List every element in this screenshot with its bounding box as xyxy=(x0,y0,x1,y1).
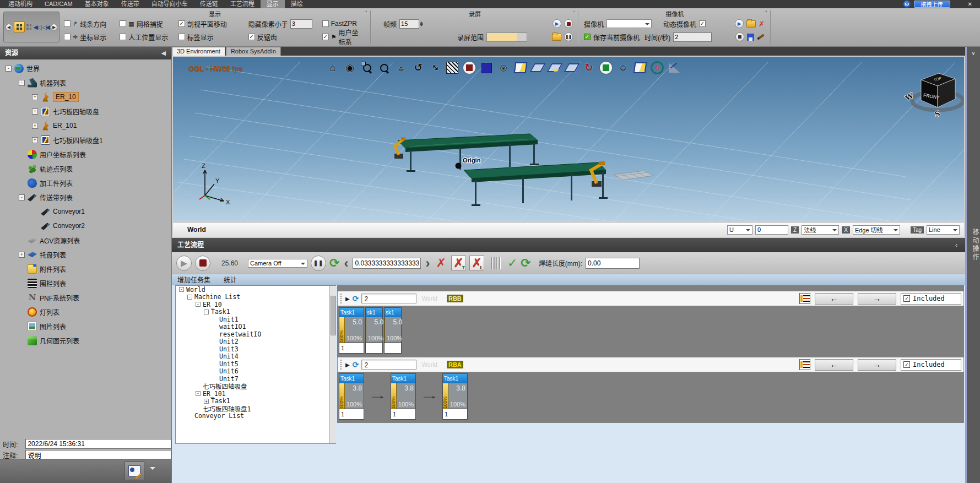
tree-item-七巧板四轴吸盘[interactable]: +七巧板四轴吸盘 xyxy=(0,104,171,118)
process-tree-item-Unit1[interactable]: Unit1 xyxy=(176,316,335,323)
tab-3d-environment[interactable]: 3D Environment xyxy=(172,47,225,56)
blue-material-icon[interactable] xyxy=(480,61,493,74)
collapse-icon[interactable]: - xyxy=(196,302,201,307)
tree-item-Conveyor2[interactable]: Conveyor2 xyxy=(0,219,171,233)
expand-icon[interactable]: + xyxy=(32,123,38,129)
green-material-icon[interactable] xyxy=(599,61,613,74)
save-camera-checkbox[interactable] xyxy=(584,34,591,40)
confirm-icon[interactable]: ✓ xyxy=(507,256,517,270)
task-block-sk1[interactable]: sk15.0100% xyxy=(384,307,402,354)
strip-play-icon[interactable]: ▶ xyxy=(345,362,350,368)
display-group-launcher-icon[interactable]: ⌐ xyxy=(364,9,367,15)
process-tree-item-七巧板四轴吸盘[interactable]: 七巧板四轴吸盘 xyxy=(176,383,335,390)
menu-item-0[interactable]: 运动机构 xyxy=(2,0,39,8)
tree-item-世界[interactable]: -世界 xyxy=(0,61,171,75)
tree-item-ER_101[interactable]: +ER_101 xyxy=(0,118,171,133)
camera-select[interactable] xyxy=(607,19,652,28)
collapse-icon[interactable]: - xyxy=(19,80,25,86)
process-tree-item-Unit3[interactable]: Unit3 xyxy=(176,345,335,353)
tree-item-灯列表[interactable]: 灯列表 xyxy=(0,305,171,319)
tree-item-用户坐标系列表[interactable]: 用户坐标系列表 xyxy=(0,147,171,161)
section-plane-icon[interactable] xyxy=(531,61,544,74)
checkbox-坐标显示[interactable] xyxy=(64,34,71,40)
task-block-Task1[interactable]: Task1100%5.0100%1 xyxy=(339,307,364,354)
section-box-icon[interactable] xyxy=(514,61,527,74)
home-icon[interactable]: ⌂ xyxy=(326,61,339,74)
camera-time-input[interactable] xyxy=(673,32,712,42)
dynamic-camera-checkbox[interactable] xyxy=(699,20,706,27)
skip-back-icon[interactable]: ◀◁ xyxy=(33,24,40,31)
hidden-pixel-input[interactable] xyxy=(290,19,312,29)
panel-collapse-icon[interactable]: ‹ xyxy=(955,238,957,252)
checkbox-用户坐标系[interactable] xyxy=(322,34,329,40)
task-count-cell[interactable]: 1 xyxy=(391,409,415,419)
edge-select[interactable]: Edge 切线 xyxy=(853,225,900,235)
process-tree-item-Conveyor List[interactable]: Conveyor List xyxy=(176,413,335,420)
process-tree-item-Unit4[interactable]: Unit4 xyxy=(176,353,335,361)
spinner-icon[interactable] xyxy=(420,20,423,28)
nav-next-button[interactable]: ▶ xyxy=(51,24,57,31)
checkbox-人工位置显示[interactable] xyxy=(120,34,126,40)
task-block-Task1[interactable]: Task1100%3.8100%1 xyxy=(391,373,416,420)
menu-item-7[interactable]: 显示 xyxy=(261,0,285,8)
checkbox-反锯齿[interactable] xyxy=(248,34,255,40)
offset-input[interactable] xyxy=(755,225,788,235)
simulation-play-button[interactable]: ▶ xyxy=(176,256,192,271)
checkbox-线条方向[interactable] xyxy=(64,20,71,27)
move-operation-tab[interactable]: 移动操作 xyxy=(967,212,980,278)
task-count-cell[interactable] xyxy=(366,343,382,353)
weld-length-input[interactable] xyxy=(586,258,640,269)
checkbox-FastZPR[interactable] xyxy=(322,20,329,27)
collapse-icon[interactable]: - xyxy=(187,295,192,300)
section-plane-flip-icon[interactable] xyxy=(548,61,561,74)
tree-item-图片列表[interactable]: 图片列表 xyxy=(0,319,171,333)
menu-item-4[interactable]: 自动导向小车 xyxy=(145,0,194,8)
strip-refresh-icon[interactable]: ⟳ xyxy=(353,294,359,303)
process-tree-item-Unit2[interactable]: Unit2 xyxy=(176,338,335,346)
zoom-window-icon[interactable] xyxy=(360,61,373,74)
simulation-stop-button[interactable] xyxy=(195,256,210,271)
included-checkbox[interactable]: ✓ xyxy=(903,295,910,302)
line-select[interactable]: Line xyxy=(927,225,960,235)
shift-left-button[interactable]: ← xyxy=(815,359,853,371)
expand-icon[interactable]: + xyxy=(204,399,209,404)
shift-right-button[interactable]: → xyxy=(858,293,896,305)
record-pause-button[interactable]: ❚❚ xyxy=(564,32,573,41)
section-plane-add-icon[interactable] xyxy=(565,61,578,74)
nav-prev-button[interactable]: ◀ xyxy=(6,24,12,31)
explode-box-icon[interactable] xyxy=(634,61,647,74)
expand-icon[interactable]: + xyxy=(32,94,38,100)
close-icon[interactable]: ✕ xyxy=(968,1,972,7)
upload-button[interactable]: 拖拽上传 xyxy=(914,1,950,8)
process-tree-item-ER_101[interactable]: -ER_101 xyxy=(176,390,335,398)
skip-forward-icon[interactable]: ◁◀ xyxy=(42,24,49,31)
included-checkbox[interactable]: ✓ xyxy=(903,361,910,368)
step-forward-icon[interactable]: › xyxy=(425,257,430,270)
brush-icon[interactable] xyxy=(757,34,765,40)
view-eye-icon[interactable]: ◉ xyxy=(343,61,356,74)
hatch-icon[interactable] xyxy=(446,61,459,74)
strip-refresh-icon[interactable]: ⟳ xyxy=(353,360,359,369)
delete-icon[interactable]: ✗ xyxy=(436,257,446,269)
tree-item-机器列表[interactable]: -机器列表 xyxy=(0,75,171,90)
process-tree-item-Unit7[interactable]: Unit7 xyxy=(176,375,335,383)
fit-view-icon[interactable]: ↖↘ xyxy=(429,61,442,74)
process-tree-item-waitIO1[interactable]: waitIO1 xyxy=(176,323,335,331)
drag-handle[interactable] xyxy=(340,359,343,370)
camera-stop-button[interactable] xyxy=(735,32,744,41)
task-count-cell[interactable]: 1 xyxy=(443,409,467,419)
frame-rate-input[interactable] xyxy=(399,19,419,29)
process-tree-item-Unit6[interactable]: Unit6 xyxy=(176,368,335,376)
included-toggle[interactable]: ✓Included xyxy=(901,359,961,371)
sidebar-collapse-icon[interactable]: ◀ xyxy=(161,47,166,59)
pan-icon[interactable]: ↔↕ xyxy=(394,61,408,74)
tab-statistics[interactable]: 统计 xyxy=(224,275,237,284)
expand-icon[interactable]: + xyxy=(32,137,38,143)
origin-marker[interactable] xyxy=(456,163,462,169)
center-target-icon[interactable]: ◎· xyxy=(497,61,510,74)
task-flow-icon[interactable] xyxy=(799,293,810,304)
strip-count[interactable]: 2 xyxy=(361,360,416,370)
tree-item-托盘列表[interactable]: +托盘列表 xyxy=(0,247,171,262)
tree-item-附件列表[interactable]: 附件列表 xyxy=(0,262,171,276)
save-icon[interactable] xyxy=(747,34,754,41)
